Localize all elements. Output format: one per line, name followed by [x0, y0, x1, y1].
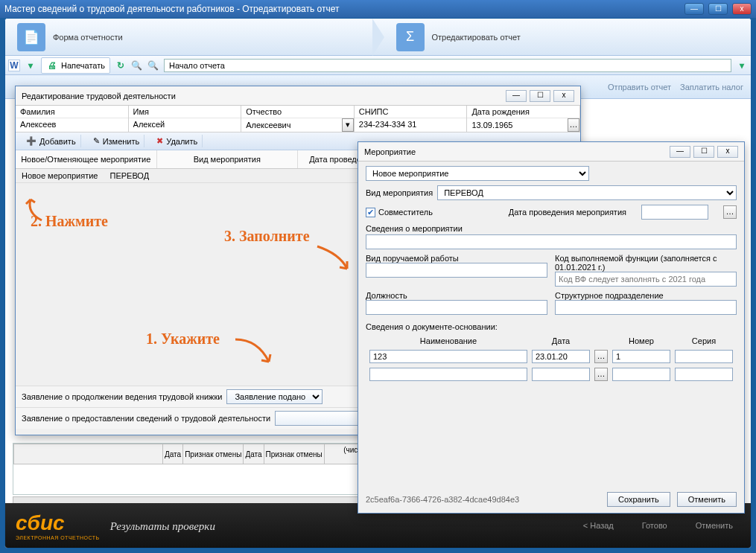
dlg2-min[interactable]: — — [670, 146, 690, 158]
pencil-icon: ✎ — [93, 136, 100, 146]
midname-input[interactable] — [241, 118, 341, 132]
section-combo[interactable]: Начало отчета — [164, 59, 731, 72]
refresh-icon[interactable]: ↻ — [115, 60, 127, 71]
midname-pick-icon[interactable]: ▾ — [342, 118, 354, 132]
dlg2-max[interactable]: ☐ — [693, 146, 714, 158]
cancel-button[interactable]: Отменить — [688, 518, 740, 533]
cancel-event-button[interactable]: Отменить — [677, 492, 737, 507]
zoom-out-icon[interactable]: 🔍 — [147, 60, 159, 71]
wizard-steps: 📄 Форма отчетности Σ Отредактировать отч… — [5, 19, 751, 56]
plus-icon: ➕ — [26, 136, 36, 146]
dlg1-min[interactable]: — — [506, 90, 527, 102]
window-close[interactable]: x — [732, 3, 752, 15]
doc-name-input[interactable] — [369, 350, 527, 363]
event-info-input[interactable] — [366, 234, 737, 249]
statement1-select[interactable]: Заявление подано — [226, 389, 323, 404]
position-input[interactable] — [366, 300, 547, 315]
secondary-checkbox[interactable]: ✔Совместитель — [366, 208, 433, 217]
back-button[interactable]: < Назад — [576, 518, 621, 533]
window-titlebar: Мастер сведений о трудовой деятельности … — [0, 0, 756, 18]
step1-icon: 📄 — [17, 23, 45, 51]
dlg2-title: Мероприятие — [364, 147, 416, 156]
toolbar: W ▾ 🖨 Напечатать ↻ 🔍 🔍 Начало отчета ▾ — [5, 56, 751, 75]
doc-date-input[interactable] — [532, 350, 590, 363]
step2-icon: Σ — [396, 23, 425, 51]
dlg1-close[interactable]: x — [553, 90, 574, 102]
doc-date-pick-icon[interactable]: … — [594, 350, 608, 363]
doc-num-input[interactable] — [612, 350, 670, 363]
event-type-select[interactable]: ПЕРЕВОД — [437, 185, 737, 200]
event-mode-select[interactable]: Новое мероприятие — [366, 166, 589, 181]
arrow-2-icon — [19, 198, 49, 220]
arrow-3-icon — [317, 246, 347, 269]
person-row: Фамилия Имя Отчество▾ СНИПС Дата рождени… — [16, 106, 580, 132]
doc2-name-input[interactable] — [369, 368, 527, 381]
snils-input[interactable] — [355, 118, 467, 130]
save-button[interactable]: Сохранить — [607, 492, 670, 507]
toolbar-dropdown-icon[interactable]: ▾ — [25, 60, 36, 71]
step-separator — [372, 19, 384, 56]
footer-subtitle: Результаты проверки — [110, 520, 215, 533]
pay-tax-link[interactable]: Заплатить налог — [680, 83, 743, 92]
printer-icon: 🖨 — [46, 60, 58, 71]
done-button[interactable]: Готово — [635, 518, 675, 533]
window-minimize[interactable]: — — [684, 3, 704, 15]
func-code-input[interactable] — [555, 272, 737, 287]
sbis-logo: сбис — [16, 511, 100, 535]
send-report-link[interactable]: Отправить отчет — [608, 83, 671, 92]
step-2[interactable]: Σ Отредактировать отчет — [384, 23, 752, 51]
department-input[interactable] — [555, 300, 737, 315]
cross-icon: ✖ — [156, 136, 163, 146]
step-1[interactable]: 📄 Форма отчетности — [5, 23, 372, 51]
work-type-input[interactable] — [366, 263, 547, 278]
combo-chevron-icon[interactable]: ▾ — [736, 60, 748, 71]
doc2-series-input[interactable] — [675, 368, 733, 381]
doc2-date-input[interactable] — [532, 368, 590, 381]
delete-button[interactable]: ✖Удалить — [152, 135, 203, 147]
edit-button[interactable]: ✎Изменить — [89, 135, 145, 147]
event-date-input[interactable] — [641, 205, 708, 220]
print-button[interactable]: 🖨 Напечатать — [41, 57, 110, 74]
add-button[interactable]: ➕Добавить — [22, 135, 81, 147]
arrow-1-icon — [235, 336, 265, 358]
doc-series-input[interactable] — [675, 350, 733, 363]
dlg1-max[interactable]: ☐ — [530, 90, 550, 102]
doc2-num-input[interactable] — [612, 368, 670, 381]
window-title: Мастер сведений о трудовой деятельности … — [4, 4, 339, 14]
firstname-input[interactable] — [129, 118, 241, 130]
doc2-date-pick-icon[interactable]: … — [594, 368, 608, 381]
birthdate-pick-icon[interactable]: … — [568, 118, 579, 132]
word-icon[interactable]: W — [8, 60, 20, 71]
event-date-pick-icon[interactable]: … — [723, 205, 737, 219]
birthdate-input[interactable] — [467, 118, 567, 132]
annotation-3: 3. Заполните — [224, 228, 310, 245]
annotation-1: 1. Укажите — [146, 330, 220, 348]
guid-text: 2c5eaf6a-7366-4726-a382-4dcae49d84e3 — [366, 495, 519, 504]
window-maximize[interactable]: ☐ — [708, 3, 728, 15]
dlg1-title: Редактирование трудовой деятельности — [22, 92, 176, 100]
event-dialog: Мероприятие — ☐ x Новое мероприятие Вид … — [358, 141, 745, 514]
zoom-in-icon[interactable]: 🔍 — [131, 60, 143, 71]
dlg2-close[interactable]: x — [717, 146, 738, 158]
lastname-input[interactable] — [16, 118, 128, 130]
